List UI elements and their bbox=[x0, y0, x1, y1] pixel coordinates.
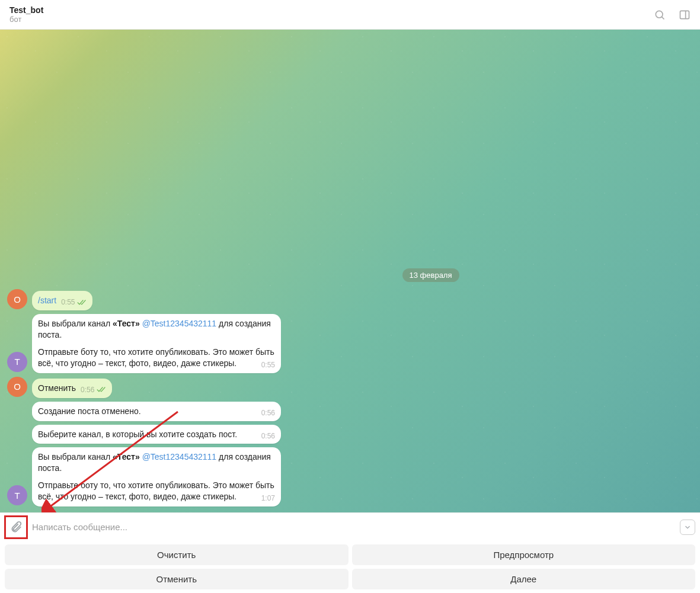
read-ticks-icon bbox=[77, 299, 87, 306]
date-separator: 13 февраля bbox=[402, 268, 459, 282]
message-row: O Отменить 0:56 bbox=[7, 377, 700, 398]
chat-header: Test_bot бот bbox=[0, 0, 700, 30]
svg-point-0 bbox=[656, 11, 663, 18]
chat-area: 13 февраля O /start 0:55 T Вы выбрали ка… bbox=[0, 30, 700, 512]
search-icon[interactable] bbox=[654, 9, 666, 21]
message-out[interactable]: /start 0:55 bbox=[32, 291, 92, 310]
header-title-area[interactable]: Test_bot бот bbox=[9, 5, 654, 24]
message-in[interactable]: Выберите канал, в который вы хотите созд… bbox=[32, 425, 281, 444]
message-in[interactable]: Вы выбрали канал «Тест» @Test12345432111… bbox=[32, 314, 281, 373]
message-time: 0:56 bbox=[261, 431, 275, 441]
chat-subtitle: бот bbox=[9, 15, 654, 24]
message-in[interactable]: Создание поста отменено. 0:56 bbox=[32, 402, 281, 421]
avatar-bot[interactable]: T bbox=[7, 485, 27, 505]
next-button[interactable]: Далее bbox=[352, 569, 696, 589]
channel-link[interactable]: @Test12345432111 bbox=[142, 319, 217, 328]
command-link[interactable]: /start bbox=[38, 296, 56, 305]
message-time: 1:07 bbox=[261, 493, 275, 503]
read-ticks-icon bbox=[97, 386, 106, 393]
message-time: 0:55 bbox=[261, 360, 275, 370]
preview-button[interactable]: Предпросмотр bbox=[352, 544, 696, 565]
chevron-down-icon bbox=[683, 523, 692, 531]
input-bar bbox=[0, 512, 700, 541]
message-out[interactable]: Отменить 0:56 bbox=[32, 379, 112, 398]
avatar-user[interactable]: O bbox=[7, 377, 27, 397]
clear-button[interactable]: Очистить bbox=[5, 544, 349, 565]
message-in[interactable]: Вы выбрали канал «Тест» @Test12345432111… bbox=[32, 447, 281, 507]
channel-link[interactable]: @Test12345432111 bbox=[142, 452, 217, 461]
message-row: T Создание поста отменено. 0:56 Выберите… bbox=[7, 402, 700, 507]
message-time: 0:56 bbox=[81, 385, 94, 395]
sidebar-toggle-icon[interactable] bbox=[679, 9, 691, 21]
attach-button[interactable] bbox=[5, 516, 27, 538]
bot-keyboard: Очистить Предпросмотр Отменить Далее bbox=[0, 541, 700, 593]
chat-title: Test_bot bbox=[9, 5, 654, 15]
annotation-highlight bbox=[4, 515, 28, 539]
commands-toggle[interactable] bbox=[680, 520, 695, 535]
avatar-bot[interactable]: T bbox=[7, 352, 27, 372]
avatar-user[interactable]: O bbox=[7, 289, 27, 309]
message-row: O /start 0:55 bbox=[7, 289, 700, 310]
svg-rect-2 bbox=[680, 11, 689, 18]
messages-list: 13 февраля O /start 0:55 T Вы выбрали ка… bbox=[0, 261, 700, 512]
message-row: T Вы выбрали канал «Тест» @Test123454321… bbox=[7, 314, 700, 373]
cancel-button[interactable]: Отменить bbox=[5, 569, 349, 589]
message-time: 0:55 bbox=[61, 297, 75, 307]
svg-line-1 bbox=[661, 17, 664, 19]
message-time: 0:56 bbox=[261, 408, 275, 418]
message-input[interactable] bbox=[27, 522, 680, 532]
